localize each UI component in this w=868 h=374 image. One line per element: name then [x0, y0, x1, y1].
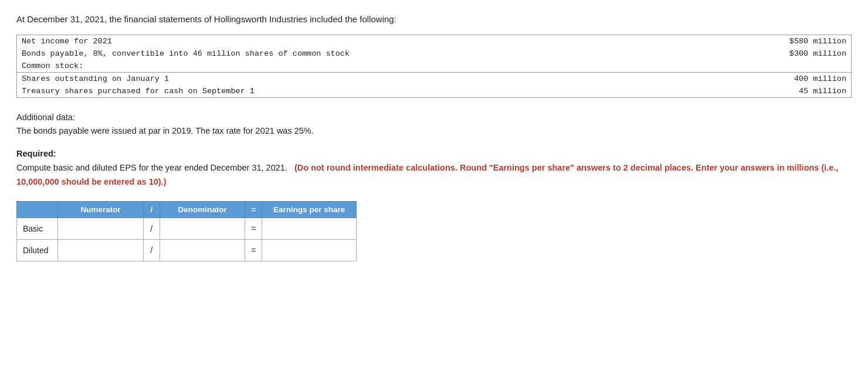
required-label: Required:: [16, 149, 56, 158]
financial-table: Net income for 2021 $580 million Bonds p…: [16, 35, 852, 98]
eps-table: Numerator / Denominator = Earnings per s…: [16, 201, 357, 261]
eps-basic-eps-input[interactable]: [262, 218, 356, 239]
additional-data-line1: Additional data:: [16, 111, 852, 124]
eps-basic-denominator-input[interactable]: [160, 218, 245, 239]
eps-basic-label: Basic: [17, 218, 58, 240]
eps-row-diluted: Diluted / =: [17, 240, 357, 261]
fin-row-3: Common stock:: [17, 60, 851, 73]
required-instruction-normal: Compute basic and diluted EPS for the ye…: [16, 163, 287, 172]
eps-diluted-eps-input[interactable]: [262, 240, 356, 261]
required-section: Required: Compute basic and diluted EPS …: [16, 147, 852, 189]
eps-diluted-eps-cell[interactable]: [262, 240, 357, 261]
additional-data-line2: The bonds payable were issued at par in …: [16, 124, 852, 138]
eps-diluted-slash: /: [143, 240, 160, 261]
intro-text: At December 31, 2021, the financial stat…: [16, 14, 852, 24]
header-equals: =: [245, 202, 262, 218]
eps-diluted-denominator-cell[interactable]: [160, 240, 245, 261]
header-row-label: [17, 202, 58, 218]
fin-label-3: Common stock:: [17, 60, 618, 73]
fin-label-5: Treasury shares purchased for cash on Se…: [17, 85, 618, 97]
eps-table-wrapper: Numerator / Denominator = Earnings per s…: [16, 201, 852, 261]
header-denominator: Denominator: [160, 202, 245, 218]
eps-basic-slash: /: [143, 218, 160, 240]
fin-value-1: $580 million: [618, 35, 851, 47]
fin-label-1: Net income for 2021: [17, 35, 618, 47]
eps-basic-numerator-input[interactable]: [58, 218, 143, 239]
fin-value-3: [618, 60, 851, 73]
header-slash: /: [143, 202, 160, 218]
eps-diluted-denominator-input[interactable]: [160, 240, 245, 261]
fin-value-2: $300 million: [618, 47, 851, 60]
fin-row-5: Treasury shares purchased for cash on Se…: [17, 85, 851, 97]
additional-data: Additional data: The bonds payable were …: [16, 111, 852, 138]
fin-label-4: Shares outstanding on January 1: [17, 73, 618, 86]
fin-label-2: Bonds payable, 8%, convertible into 46 m…: [17, 47, 618, 60]
eps-basic-numerator-cell[interactable]: [58, 218, 144, 240]
fin-row-4: Shares outstanding on January 1 400 mill…: [17, 73, 851, 86]
eps-basic-denominator-cell[interactable]: [160, 218, 245, 240]
eps-diluted-numerator-cell[interactable]: [58, 240, 144, 261]
eps-basic-equals: =: [245, 218, 262, 240]
fin-row-1: Net income for 2021 $580 million: [17, 35, 851, 47]
eps-diluted-label: Diluted: [17, 240, 58, 261]
eps-basic-eps-cell[interactable]: [262, 218, 357, 240]
eps-row-basic: Basic / =: [17, 218, 357, 240]
fin-value-5: 45 million: [618, 85, 851, 97]
eps-diluted-numerator-input[interactable]: [58, 240, 143, 261]
fin-row-2: Bonds payable, 8%, convertible into 46 m…: [17, 47, 851, 60]
fin-value-4: 400 million: [618, 73, 851, 86]
eps-diluted-equals: =: [245, 240, 262, 261]
eps-table-header: Numerator / Denominator = Earnings per s…: [17, 202, 357, 218]
header-numerator: Numerator: [58, 202, 144, 218]
header-eps: Earnings per share: [262, 202, 357, 218]
